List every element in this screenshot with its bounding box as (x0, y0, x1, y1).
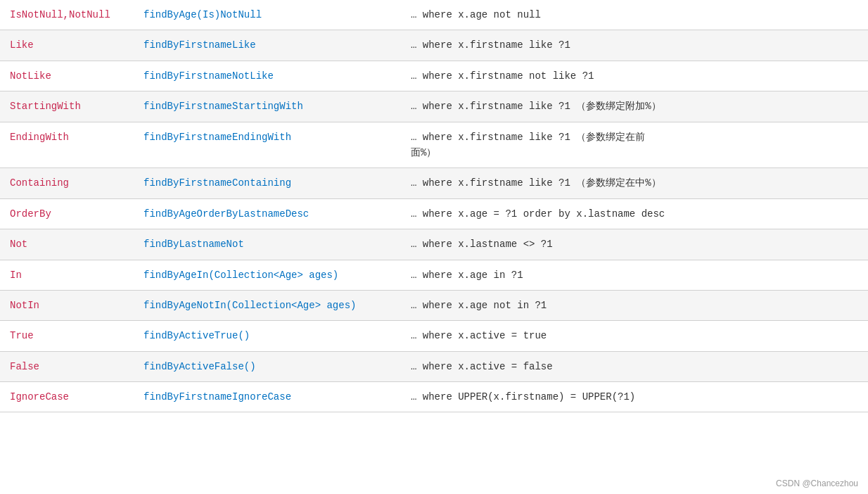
sql-cell: … where x.firstname like ?1 （参数绑定在中%） (401, 168, 868, 198)
sql-cell: … where x.firstname not like ?1 (401, 61, 868, 91)
table-row: TruefindByActiveTrue()… where x.active =… (0, 321, 868, 351)
method-cell: findByAge(Is)NotNull (134, 0, 401, 30)
sql-cell: … where x.age in ?1 (401, 260, 868, 290)
keyword-table: IsNotNull,NotNullfindByAge(Is)NotNull… w… (0, 0, 868, 412)
keyword-cell: NotIn (0, 290, 134, 320)
sql-cell: … where x.firstname like ?1 (401, 30, 868, 61)
keyword-cell: IsNotNull,NotNull (0, 0, 134, 30)
table-row: FalsefindByActiveFalse()… where x.active… (0, 351, 868, 381)
keyword-cell: IgnoreCase (0, 382, 134, 412)
method-cell: findByAgeOrderByLastnameDesc (134, 198, 401, 229)
method-cell: findByFirstnameContaining (134, 168, 401, 198)
table-row: ContainingfindByFirstnameContaining… whe… (0, 168, 868, 198)
keyword-cell: False (0, 351, 134, 381)
method-cell: findByFirstnameIgnoreCase (134, 382, 401, 412)
method-cell: findByFirstnameStartingWith (134, 91, 401, 122)
keyword-cell: In (0, 260, 134, 290)
sql-cell: … where x.active = true (401, 321, 868, 351)
keyword-cell: Containing (0, 168, 134, 198)
table-row: IsNotNull,NotNullfindByAge(Is)NotNull… w… (0, 0, 868, 30)
table-row: EndingWithfindByFirstnameEndingWith… whe… (0, 122, 868, 168)
table-row: IgnoreCasefindByFirstnameIgnoreCase… whe… (0, 382, 868, 412)
method-cell: findByLastnameNot (134, 229, 401, 260)
sql-cell: … where x.firstname like ?1 （参数绑定附加%） (401, 91, 868, 122)
method-cell: findByActiveTrue() (134, 321, 401, 351)
table-row: InfindByAgeIn(Collection<Age> ages)… whe… (0, 260, 868, 290)
table-row: StartingWithfindByFirstnameStartingWith…… (0, 91, 868, 122)
watermark-label: CSDN @Chancezhou (776, 479, 858, 488)
table-row: NotInfindByAgeNotIn(Collection<Age> ages… (0, 290, 868, 320)
sql-cell: … where x.firstname like ?1 （参数绑定在前面%） (401, 122, 868, 168)
sql-cell: … where x.age = ?1 order by x.lastname d… (401, 198, 868, 229)
keyword-cell: EndingWith (0, 122, 134, 168)
table-row: NotfindByLastnameNot… where x.lastname <… (0, 229, 868, 260)
keyword-cell: True (0, 321, 134, 351)
table-row: OrderByfindByAgeOrderByLastnameDesc… whe… (0, 198, 868, 229)
method-cell: findByFirstnameNotLike (134, 61, 401, 91)
method-cell: findByActiveFalse() (134, 351, 401, 381)
sql-cell: … where x.lastname <> ?1 (401, 229, 868, 260)
method-cell: findByAgeIn(Collection<Age> ages) (134, 260, 401, 290)
sql-cell: … where x.age not null (401, 0, 868, 30)
method-cell: findByFirstnameLike (134, 30, 401, 61)
table-row: LikefindByFirstnameLike… where x.firstna… (0, 30, 868, 61)
keyword-cell: Like (0, 30, 134, 61)
sql-cell: … where UPPER(x.firstname) = UPPER(?1) (401, 382, 868, 412)
keyword-cell: NotLike (0, 61, 134, 91)
sql-cell: … where x.age not in ?1 (401, 290, 868, 320)
keyword-cell: StartingWith (0, 91, 134, 122)
main-table-container: IsNotNull,NotNullfindByAge(Is)NotNull… w… (0, 0, 868, 412)
keyword-cell: OrderBy (0, 198, 134, 229)
sql-cell: … where x.active = false (401, 351, 868, 381)
table-row: NotLikefindByFirstnameNotLike… where x.f… (0, 61, 868, 91)
method-cell: findByAgeNotIn(Collection<Age> ages) (134, 290, 401, 320)
method-cell: findByFirstnameEndingWith (134, 122, 401, 168)
keyword-cell: Not (0, 229, 134, 260)
